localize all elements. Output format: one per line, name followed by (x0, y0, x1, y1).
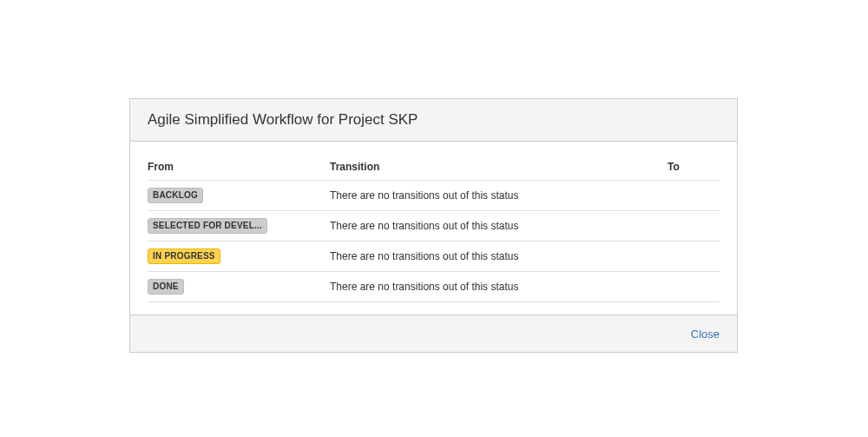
dialog-body: From Transition To BACKLOG There are no … (130, 142, 737, 352)
table-row: BACKLOG There are no transitions out of … (148, 181, 720, 211)
status-badge-backlog: BACKLOG (148, 188, 203, 203)
header-to: To (667, 154, 720, 181)
status-badge-in-progress: IN PROGRESS (148, 248, 220, 264)
transition-text: There are no transitions out of this sta… (330, 181, 667, 211)
status-badge-done: DONE (148, 279, 184, 295)
dialog-title: Agile Simplified Workflow for Project SK… (148, 111, 720, 129)
dialog-header: Agile Simplified Workflow for Project SK… (130, 99, 737, 142)
to-cell (667, 272, 720, 302)
workflow-table: From Transition To BACKLOG There are no … (148, 154, 720, 302)
table-row: SELECTED FOR DEVEL... There are no trans… (148, 211, 720, 242)
to-cell (667, 242, 720, 272)
transition-text: There are no transitions out of this sta… (330, 272, 667, 302)
transition-text: There are no transitions out of this sta… (330, 211, 667, 242)
header-from: From (148, 154, 330, 181)
to-cell (667, 181, 720, 211)
dialog-footer: Close (130, 315, 737, 352)
close-button[interactable]: Close (691, 328, 720, 341)
header-transition: Transition (330, 154, 667, 181)
transition-text: There are no transitions out of this sta… (330, 242, 667, 272)
status-badge-selected: SELECTED FOR DEVEL... (148, 218, 267, 234)
table-row: IN PROGRESS There are no transitions out… (148, 242, 720, 272)
table-row: DONE There are no transitions out of thi… (148, 272, 720, 302)
to-cell (667, 211, 720, 242)
workflow-dialog: Agile Simplified Workflow for Project SK… (129, 98, 738, 353)
